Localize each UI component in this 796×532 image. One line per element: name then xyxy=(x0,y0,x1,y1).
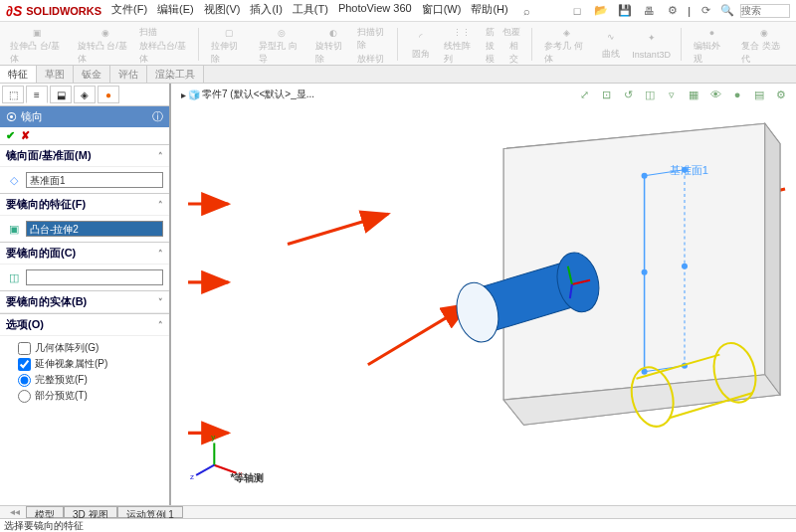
option-full-preview[interactable]: 完整预览(F) xyxy=(18,373,163,387)
section-faces-label: 要镜向的面(C) xyxy=(6,246,76,261)
menu-photoview[interactable]: PhotoView 360 xyxy=(338,2,412,20)
ribbon-instant3d[interactable]: ✦Instant3D xyxy=(628,26,675,63)
tab-feature-tree[interactable]: ⬚ xyxy=(2,86,24,103)
property-manager-pane: ⬚ ≡ ⬓ ◈ ● ⦿ 镜向 ⓘ ✔ ✘ 镜向面/基准面(M) ˄ ◇ 基准面1… xyxy=(0,84,171,505)
save-icon[interactable]: 💾 xyxy=(616,2,634,20)
app-logo: ∂S SOLIDWORKS xyxy=(6,3,101,19)
ds-logo-icon: ∂S xyxy=(6,3,22,19)
chevron-up-icon: ˄ xyxy=(158,200,163,210)
tab-config[interactable]: ⬓ xyxy=(50,86,72,103)
ribbon-ref-geometry[interactable]: ◈参考几 何体 xyxy=(538,26,594,63)
print-icon[interactable]: 🖶 xyxy=(640,2,658,20)
ok-button[interactable]: ✔ xyxy=(6,129,15,142)
quick-access-toolbar: □ 📂 💾 🖶 ⚙ | ⟳ 🔍 xyxy=(568,2,790,20)
ribbon-extrude-cut[interactable]: ▢拉伸切 除 xyxy=(205,26,253,63)
status-message: 选择要镜向的特征 xyxy=(4,520,84,531)
svg-point-15 xyxy=(682,264,688,269)
cancel-button[interactable]: ✘ xyxy=(21,129,30,142)
tab-model[interactable]: 模型 xyxy=(26,506,64,518)
chevron-up-icon: ˄ xyxy=(158,249,163,259)
ribbon-copy-appearance[interactable]: ◉复合 类选代 xyxy=(735,26,792,63)
pm-header: ⦿ 镜向 ⓘ xyxy=(0,106,169,127)
option-partial-preview[interactable]: 部分预览(T) xyxy=(18,389,163,403)
graphics-viewport[interactable]: ▸ 🧊 零件7 (默认<<默认>_显... ⤢ ⊡ ↺ ◫ ▿ ▦ 👁 ● ▤ … xyxy=(171,84,796,505)
menu-tools[interactable]: 工具(T) xyxy=(293,2,328,20)
tab-scroll-left[interactable]: ◂◂ xyxy=(4,506,26,518)
ribbon-sweep[interactable]: 扫描 xyxy=(139,26,192,39)
ribbon-linear-pattern[interactable]: ⋮⋮线性阵 列 xyxy=(438,26,486,63)
tab-3dview[interactable]: 3D 视图 xyxy=(64,506,117,518)
menu-edit[interactable]: 编辑(E) xyxy=(157,2,194,20)
ribbon-loft-boss[interactable]: 放样凸台/基体 xyxy=(139,40,192,66)
tab-appearance[interactable]: ● xyxy=(98,86,119,103)
model-scene: 基准面1 x y z xyxy=(171,93,796,495)
menu-window[interactable]: 窗口(W) xyxy=(422,2,462,20)
radio-full[interactable] xyxy=(18,374,31,387)
ribbon-sweep-cut[interactable]: 扫描切除 xyxy=(357,26,391,52)
option-visual-label: 延伸视象属性(P) xyxy=(35,357,107,371)
faces-input[interactable] xyxy=(26,269,163,285)
ribbon-revolve-boss[interactable]: ◉旋转凸 台/基体 xyxy=(72,26,139,63)
option-partial-label: 部分预览(T) xyxy=(35,389,88,403)
new-icon[interactable]: □ xyxy=(568,2,586,20)
ribbon-wrap[interactable]: 包覆 xyxy=(502,26,520,39)
section-faces[interactable]: 要镜向的面(C) ˄ xyxy=(0,242,169,265)
option-geom-label: 几何体阵列(G) xyxy=(35,341,99,355)
view-orientation-label: *等轴测 xyxy=(230,472,264,483)
ribbon-rib[interactable]: 筋 xyxy=(486,26,495,39)
ribbon-loft-cut[interactable]: 放样切除 xyxy=(357,53,391,66)
tab-sheetmetal[interactable]: 钣金 xyxy=(74,66,110,83)
ribbon-curves[interactable]: ∿曲线 xyxy=(594,26,628,63)
ribbon-edit-appearance[interactable]: ●编辑外 观 xyxy=(688,26,735,63)
pm-confirm-row: ✔ ✘ xyxy=(0,127,169,144)
rebuild-icon[interactable]: ⟳ xyxy=(696,2,714,20)
option-full-label: 完整预览(F) xyxy=(35,373,88,387)
command-ribbon: ▣拉伸凸 台/基体 ◉旋转凸 台/基体 扫描 放样凸台/基体 边界凸台/基体 ▢… xyxy=(0,22,796,66)
ribbon-extrude-boss[interactable]: ▣拉伸凸 台/基体 xyxy=(4,26,72,63)
left-pane-tabs: ⬚ ≡ ⬓ ◈ ● xyxy=(0,84,169,106)
options-icon[interactable]: ⚙ xyxy=(664,2,682,20)
tab-evaluate[interactable]: 评估 xyxy=(110,66,147,83)
tab-motion[interactable]: 运动算例 1 xyxy=(117,506,183,518)
ribbon-draft[interactable]: 拔模 xyxy=(486,40,501,66)
search-input[interactable] xyxy=(740,4,790,18)
checkbox-visual[interactable] xyxy=(18,358,31,371)
tab-dimxpert[interactable]: ◈ xyxy=(74,86,96,103)
chevron-down-icon: ˅ xyxy=(158,297,163,307)
ribbon-intersect[interactable]: 相交 xyxy=(509,40,525,66)
curves-icon: ∿ xyxy=(601,28,621,46)
menu-file[interactable]: 文件(F) xyxy=(111,2,147,20)
menu-help[interactable]: 帮助(H) xyxy=(471,2,507,20)
open-icon[interactable]: 📂 xyxy=(592,2,610,20)
extrude-boss-icon: ▣ xyxy=(28,28,48,38)
tab-render[interactable]: 渲染工具 xyxy=(147,66,204,83)
option-geometry-pattern[interactable]: 几何体阵列(G) xyxy=(18,341,163,355)
radio-partial[interactable] xyxy=(18,390,31,403)
menu-view[interactable]: 视图(V) xyxy=(204,2,241,20)
section-mirror-plane-label: 镜向面/基准面(M) xyxy=(6,148,92,163)
ribbon-hole-wizard[interactable]: ◎异型孔 向导 xyxy=(253,26,309,63)
menu-search-icon[interactable]: ⌕ xyxy=(518,2,536,20)
title-bar: ∂S SOLIDWORKS 文件(F) 编辑(E) 视图(V) 插入(I) 工具… xyxy=(0,0,796,22)
features-input[interactable]: 凸台-拉伸2 xyxy=(26,221,163,237)
ribbon-fillet[interactable]: ◜圆角 xyxy=(404,26,438,63)
section-options[interactable]: 选项(O) ˄ xyxy=(0,313,169,336)
mirror-plane-input[interactable]: 基准面1 xyxy=(26,172,163,188)
tab-features[interactable]: 特征 xyxy=(0,66,37,83)
checkbox-geom[interactable] xyxy=(18,342,31,355)
svg-marker-1 xyxy=(503,123,765,400)
tab-sketch[interactable]: 草图 xyxy=(37,66,74,83)
ribbon-revolve-cut[interactable]: ◐旋转切 除 xyxy=(309,26,357,63)
face-icon: ◫ xyxy=(6,269,22,285)
svg-line-25 xyxy=(196,465,214,475)
tab-property-manager[interactable]: ≡ xyxy=(26,86,48,103)
status-bar: 选择要镜向的特征 xyxy=(0,518,796,532)
section-mirror-plane[interactable]: 镜向面/基准面(M) ˄ xyxy=(0,144,169,167)
main-area: ⬚ ≡ ⬓ ◈ ● ⦿ 镜向 ⓘ ✔ ✘ 镜向面/基准面(M) ˄ ◇ 基准面1… xyxy=(0,84,796,505)
section-features[interactable]: 要镜向的特征(F) ˄ xyxy=(0,193,169,216)
help-icon[interactable]: ⓘ xyxy=(152,109,163,124)
section-bodies[interactable]: 要镜向的实体(B) ˅ xyxy=(0,290,169,313)
menu-insert[interactable]: 插入(I) xyxy=(250,2,282,20)
option-visual-props[interactable]: 延伸视象属性(P) xyxy=(18,357,163,371)
chevron-up-icon: ˄ xyxy=(158,320,163,330)
